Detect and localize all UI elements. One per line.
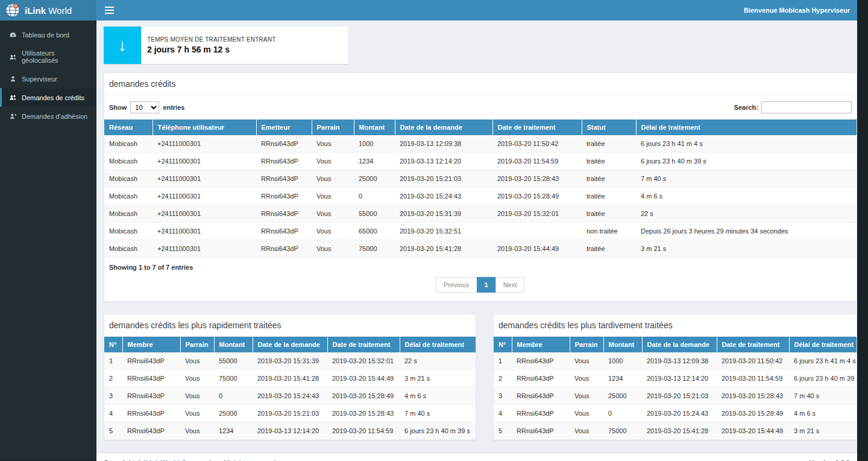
column-header[interactable]: Téléphone utilisateur bbox=[153, 119, 256, 135]
table-cell: 2019-03-20 15:21:03 bbox=[642, 387, 717, 405]
sidebar-item-tableau-de-bord[interactable]: Tableau de bord bbox=[0, 25, 96, 44]
table-cell: traitée bbox=[582, 205, 636, 223]
sidebar-item-superviseur[interactable]: Superviseur bbox=[0, 69, 96, 88]
table-cell: Vous bbox=[312, 205, 354, 223]
table-row: Mobicash+24111000301RRnsi643dPVous250002… bbox=[104, 170, 857, 188]
table-cell: 25000 bbox=[603, 387, 642, 405]
column-header[interactable]: Délai de traitement bbox=[789, 337, 857, 352]
table-row: 1RRnsi643dPVous10002019-03-13 12:09:3820… bbox=[494, 352, 857, 370]
show-label: Show bbox=[109, 104, 127, 111]
sidebar-item-utilisateurs-geolocalises[interactable]: Utilisateurs géolocalisés bbox=[0, 44, 96, 69]
table-cell: 2019-03-20 15:41:28 bbox=[253, 370, 327, 387]
table-cell: Vous bbox=[312, 153, 354, 170]
table-header-row: N°MembreParrainMontantDate de la demande… bbox=[104, 337, 476, 352]
table-cell: Mobicash bbox=[104, 188, 153, 205]
table-row: 1RRnsi643dPVous550002019-03-20 15:31:392… bbox=[104, 352, 476, 370]
column-header[interactable]: Date de la demande bbox=[395, 119, 492, 135]
user-plus-icon bbox=[9, 112, 17, 120]
fastest-processed-panel: demandes crédits les plus rapidement tra… bbox=[104, 314, 476, 440]
sidebar-item-demandes-adhesion[interactable]: Demandes d'adhésion bbox=[0, 107, 96, 126]
column-header[interactable]: Délai de traitement bbox=[400, 337, 476, 352]
table-row: 2RRnsi643dPVous750002019-03-20 15:41:282… bbox=[104, 370, 476, 387]
column-header[interactable]: Parrain bbox=[180, 337, 214, 352]
next-page-button[interactable]: Next bbox=[495, 277, 525, 293]
table-cell: 3 bbox=[104, 387, 122, 405]
brand-bold: iLink bbox=[25, 5, 46, 16]
table-cell: 22 s bbox=[400, 352, 476, 370]
table-cell: +24111000301 bbox=[153, 153, 256, 170]
table-row: 5RRnsi643dPVous750002019-03-20 15:41:282… bbox=[494, 422, 857, 440]
table-cell: 6 jours 23 h 41 m 4 s bbox=[636, 135, 857, 153]
table-cell: RRnsi643dP bbox=[256, 223, 312, 240]
column-header[interactable]: Date de la demande bbox=[642, 337, 717, 352]
column-header[interactable]: Parrain bbox=[570, 337, 603, 352]
table-cell: RRnsi643dP bbox=[122, 422, 180, 440]
table-cell: 2019-03-20 15:24:43 bbox=[395, 188, 492, 205]
table-cell: RRnsi643dP bbox=[256, 205, 312, 223]
table-cell: Vous bbox=[180, 422, 214, 440]
column-header[interactable]: Réseau bbox=[104, 119, 153, 135]
column-header[interactable]: Membre bbox=[512, 337, 570, 352]
navbar: Bienvenue Mobicash Hyperviseur bbox=[96, 0, 857, 21]
sidebar-item-label: Utilisateurs géolocalisés bbox=[22, 49, 89, 64]
table-cell: 1 bbox=[104, 352, 122, 370]
table-cell: 0 bbox=[603, 405, 642, 422]
table-cell: 2019-03-13 12:14:20 bbox=[395, 153, 492, 170]
search-input[interactable] bbox=[761, 101, 852, 113]
table-summary: Showing 1 to 7 of 7 entries bbox=[104, 258, 857, 272]
welcome-user-menu[interactable]: Bienvenue Mobicash Hyperviseur bbox=[744, 7, 850, 14]
table-cell: 2 bbox=[104, 370, 122, 387]
table-cell: 6 jours 23 h 40 m 39 s bbox=[789, 370, 857, 387]
table-cell: 0 bbox=[354, 188, 395, 205]
page-1-button[interactable]: 1 bbox=[477, 277, 496, 293]
table-cell: 7 m 40 s bbox=[636, 170, 857, 188]
slowest-processed-table: N°MembreParrainMontantDate de la demande… bbox=[494, 337, 857, 440]
app-logo[interactable]: iLink World bbox=[0, 0, 96, 21]
search-label: Search: bbox=[734, 104, 758, 111]
table-cell: RRnsi643dP bbox=[512, 352, 570, 370]
table-cell: 2019-03-20 15:41:28 bbox=[395, 240, 492, 258]
table-row: Mobicash+24111000301RRnsi643dPVous123420… bbox=[104, 153, 857, 170]
top-navbar: iLink World Bienvenue Mobicash Hypervise… bbox=[0, 0, 857, 21]
panel-title: demandes crédits les plus rapidement tra… bbox=[104, 314, 476, 337]
table-cell: RRnsi643dP bbox=[122, 405, 180, 422]
sidebar-item-demandes-de-credits[interactable]: Demandes de crédits bbox=[0, 88, 96, 107]
table-cell: 3 bbox=[494, 387, 512, 405]
column-header[interactable]: Membre bbox=[122, 337, 180, 352]
table-row: Mobicash+24111000301RRnsi643dPVous650002… bbox=[104, 223, 857, 240]
table-row: Mobicash+24111000301RRnsi643dPVous550002… bbox=[104, 205, 857, 223]
table-cell: RRnsi643dP bbox=[256, 240, 312, 258]
table-cell: traitée bbox=[582, 135, 636, 153]
table-cell: 6 jours 23 h 41 m 4 s bbox=[789, 352, 857, 370]
column-header[interactable]: Montant bbox=[354, 119, 395, 135]
column-header[interactable]: Délai de traitement bbox=[636, 119, 857, 135]
column-header[interactable]: N° bbox=[494, 337, 512, 352]
column-header[interactable]: Date de la demande bbox=[253, 337, 327, 352]
table-cell: RRnsi643dP bbox=[512, 370, 570, 387]
previous-page-button[interactable]: Previous bbox=[436, 277, 477, 293]
column-header[interactable]: Emetteur bbox=[256, 119, 312, 135]
table-cell: 2 bbox=[494, 370, 512, 387]
column-header[interactable]: Montant bbox=[214, 337, 253, 352]
column-header[interactable]: Montant bbox=[603, 337, 642, 352]
column-header[interactable]: Parrain bbox=[312, 119, 354, 135]
column-header[interactable]: Date de traitement bbox=[327, 337, 400, 352]
column-header[interactable]: Date de traitement bbox=[717, 337, 789, 352]
main-content: ↓ TEMPS MOYEN DE TRAITEMENT ENTRANT 2 jo… bbox=[96, 21, 857, 453]
table-cell: 6 jours 23 h 40 m 39 s bbox=[636, 153, 857, 170]
page-size-select[interactable]: 10 bbox=[130, 101, 159, 113]
table-cell: RRnsi643dP bbox=[256, 153, 312, 170]
table-cell: traitée bbox=[582, 240, 636, 258]
sidebar-toggle-button[interactable] bbox=[104, 4, 115, 16]
users-icon bbox=[9, 94, 17, 101]
table-cell: non traitée bbox=[582, 223, 636, 240]
column-header[interactable]: Statut bbox=[582, 119, 636, 135]
table-row: 4RRnsi643dPVous250002019-03-20 15:21:032… bbox=[104, 405, 476, 422]
table-cell: Mobicash bbox=[104, 205, 153, 223]
table-cell: 2019-03-13 12:14:20 bbox=[253, 422, 327, 440]
fastest-processed-table: N°MembreParrainMontantDate de la demande… bbox=[104, 337, 476, 440]
column-header[interactable]: Date de traitement bbox=[492, 119, 582, 135]
column-header[interactable]: N° bbox=[104, 337, 122, 352]
table-cell: 2019-03-20 15:28:43 bbox=[327, 405, 400, 422]
slowest-processed-panel: demandes crédits les plus tardivement tr… bbox=[493, 314, 857, 440]
